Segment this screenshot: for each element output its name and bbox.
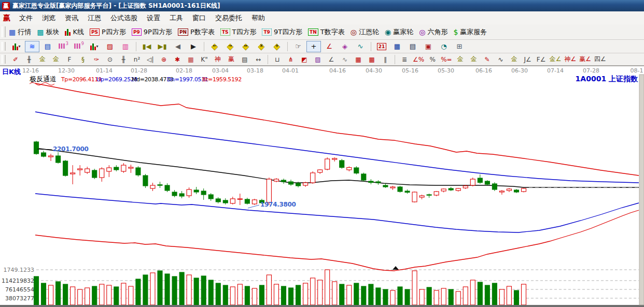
- tool-button-info-panel[interactable]: ▤: [40, 41, 55, 52]
- tool-button-fan-box[interactable]: ◩: [298, 54, 311, 65]
- toolbar-button-p-number-table[interactable]: PNP数字表: [178, 27, 215, 37]
- tool-button-target-circle[interactable]: ⊕: [158, 54, 170, 65]
- tool-button-gold-grid-a[interactable]: 金: [36, 54, 49, 65]
- tool-button-price-measure[interactable]: ✑: [90, 54, 103, 65]
- tool-button-wave-count-tool[interactable]: ∿: [353, 41, 368, 52]
- tool-button-star-grid[interactable]: ✱: [171, 54, 184, 65]
- tool-button-save[interactable]: ▣: [421, 41, 436, 52]
- menu-item-1[interactable]: 浏览: [37, 12, 60, 24]
- tool-button-gann-shape-tool[interactable]: ◈: [338, 41, 352, 52]
- tool-button-candle-style-dropdown[interactable]: ▾: [87, 41, 102, 52]
- tool-button-cycle-circle[interactable]: ⊙: [104, 54, 116, 65]
- tool-button-percent[interactable]: %: [426, 54, 439, 65]
- tool-button-draw-pencil[interactable]: ✐: [9, 54, 22, 65]
- toolbar-separator: [204, 42, 204, 51]
- tool-button-zigzag-wave[interactable]: ∿: [339, 54, 351, 65]
- tool-button-j-angle[interactable]: J∠: [522, 54, 534, 65]
- tool-button-red-grid-b[interactable]: ▦: [366, 54, 378, 65]
- tool-button-wave-band[interactable]: ∿: [495, 54, 507, 65]
- tool-button-gold-level[interactable]: 金: [468, 54, 480, 65]
- toolbar-button-gann-wheel[interactable]: ◎江恩轮: [351, 27, 379, 37]
- menu-item-8[interactable]: 交易委托: [211, 12, 247, 24]
- tool-button-shen-grid[interactable]: 神: [212, 54, 224, 65]
- tool-button-zoom-horizontal[interactable]: ◆↔: [239, 41, 253, 52]
- menu-item-6[interactable]: 工具: [165, 12, 188, 24]
- menu-item-2[interactable]: 资讯: [60, 12, 83, 24]
- tool-button-crosshair[interactable]: +: [306, 41, 321, 52]
- tool-button-four-angle[interactable]: 四∠: [593, 54, 607, 65]
- tool-button-prev-bar[interactable]: ◀: [171, 41, 185, 52]
- menu-item-3[interactable]: 江恩: [83, 12, 106, 24]
- tool-button-speed-fan[interactable]: ⋔: [285, 54, 297, 65]
- tool-button-percent-line[interactable]: %=: [440, 54, 453, 65]
- tool-button-first-page[interactable]: ▮◀: [139, 41, 154, 52]
- tool-button-k-quote[interactable]: K": [198, 54, 211, 65]
- tool-button-next-bar[interactable]: ▶: [186, 41, 201, 52]
- menu-item-7[interactable]: 窗口: [188, 12, 211, 24]
- tool-button-kline-period-dropdown[interactable]: ▾: [9, 41, 24, 52]
- tool-button-ying-grid[interactable]: 赢: [225, 54, 237, 65]
- toolbar-button-t-number-table[interactable]: TNT数字表: [308, 27, 345, 37]
- vertical-scrollbar[interactable]: [639, 75, 644, 305]
- toolbar-button-9t-square[interactable]: T99T四方形: [262, 27, 302, 37]
- tool-button-price-ladder[interactable]: ≣: [398, 54, 411, 65]
- toolbar-button-p-square[interactable]: PSP四方形: [90, 27, 126, 37]
- kline-chart-canvas[interactable]: 12-1612-3001-1401-2802-1803-0403-1804-01…: [0, 66, 644, 307]
- menu-item-9[interactable]: 帮助: [247, 12, 270, 24]
- channel-line-dn: [35, 194, 639, 232]
- menu-item-0[interactable]: 文件: [15, 12, 37, 24]
- diamond-hspan-icon: ◆↔: [243, 42, 249, 51]
- tool-button-gold-band[interactable]: 金: [508, 54, 521, 65]
- tool-button-angle-measure[interactable]: ∠: [322, 41, 337, 52]
- menu-item-5[interactable]: 设置: [142, 12, 165, 24]
- tool-button-rect-box[interactable]: ⊔: [271, 54, 284, 65]
- tool-button-nine-bar-view[interactable]: lll9: [72, 41, 86, 52]
- tool-button-three-bar-view[interactable]: lll3: [56, 41, 71, 52]
- tool-button-gold-circle[interactable]: 金: [454, 54, 467, 65]
- tool-button-ruler-pencil[interactable]: ✎: [481, 54, 494, 65]
- tool-button-last-page[interactable]: ▶▮: [155, 41, 170, 52]
- tool-button-mirror-angle[interactable]: ◁|: [144, 54, 157, 65]
- toolbar-button-quotes[interactable]: ▦行情: [9, 27, 31, 37]
- tool-button-chip-distribution[interactable]: ▨: [103, 41, 117, 52]
- tool-button-square-of-nine[interactable]: n²: [131, 54, 143, 65]
- tool-button-data-refresh[interactable]: ◔: [437, 41, 451, 52]
- toolbar-button-winner-wheel[interactable]: ◉赢家轮: [385, 27, 413, 37]
- tool-button-scroll-right[interactable]: ◆→: [223, 41, 237, 52]
- toolbar-button-t-square[interactable]: TST四方形: [220, 27, 257, 37]
- toolbar-button-winner-service[interactable]: $赢家服务: [453, 27, 487, 37]
- toolbar-button-hexagon[interactable]: ◎六角形: [419, 27, 447, 37]
- tool-button-parallel-lines[interactable]: ∥: [379, 54, 391, 65]
- tool-button-fan-grid[interactable]: ▨: [312, 54, 324, 65]
- tool-button-gold-grid-b[interactable]: 金: [50, 54, 62, 65]
- tool-button-volume-profile[interactable]: ▥: [118, 41, 133, 52]
- tool-button-scroll-left[interactable]: ◆←: [207, 41, 222, 52]
- toolbar-button-9p-square[interactable]: P99P四方形: [132, 27, 172, 37]
- tool-button-pan-hand[interactable]: ☞: [291, 41, 305, 52]
- tool-button-shen-angle[interactable]: 神∠: [563, 54, 577, 65]
- tool-button-expand-bars[interactable]: ◆+: [270, 41, 284, 52]
- tool-button-time-grid[interactable]: ╫: [117, 54, 130, 65]
- tool-button-f-angle[interactable]: F∠: [535, 54, 548, 65]
- tool-button-red-grid-a[interactable]: ▦: [352, 54, 365, 65]
- tool-button-calculator[interactable]: ▦: [390, 41, 404, 52]
- tool-button-send-to-pc[interactable]: ⊞: [452, 41, 467, 52]
- menu-item-4[interactable]: 公式选股: [106, 12, 142, 24]
- tool-button-gann-grid[interactable]: ╫: [23, 54, 35, 65]
- tool-button-trend-angles[interactable]: ∠: [325, 54, 338, 65]
- tool-button-fib-grid[interactable]: F: [63, 54, 76, 65]
- tool-button-notes[interactable]: ▤: [405, 41, 420, 52]
- tool-button-spiral[interactable]: §: [77, 54, 89, 65]
- tool-button-gold-angle[interactable]: 金∠: [549, 54, 563, 65]
- toolbar-button-kline[interactable]: K线: [65, 27, 84, 37]
- tool-button-calendar-ruler[interactable]: ▤: [239, 54, 251, 65]
- tool-button-calendar[interactable]: 21: [374, 41, 389, 52]
- tool-button-box-grid[interactable]: ▦: [185, 54, 197, 65]
- tool-button-percent-fan[interactable]: ∠%: [412, 54, 425, 65]
- notepad-icon: ▤: [410, 42, 416, 50]
- toolbar-button-sectors[interactable]: ▩板块: [37, 27, 59, 37]
- tool-button-ying-angle[interactable]: 赢∠: [578, 54, 592, 65]
- tool-button-width-measure[interactable]: ↔: [252, 54, 264, 65]
- tool-button-trend-channel-toggle[interactable]: ≋: [25, 41, 39, 52]
- tool-button-compress-bars[interactable]: ◆×: [254, 41, 269, 52]
